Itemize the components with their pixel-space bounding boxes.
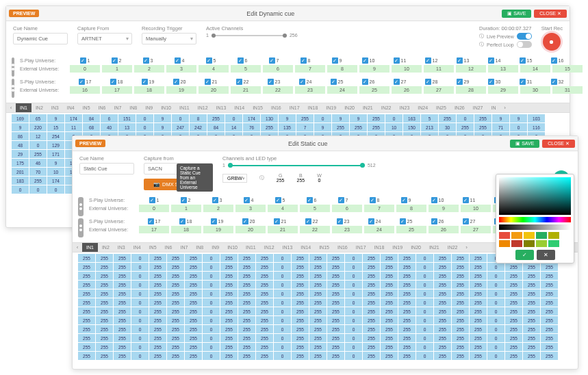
input-tab[interactable]: IN7 (176, 243, 192, 252)
channel-cell[interactable]: 255 (452, 281, 469, 289)
channel-cell[interactable]: 255 (220, 316, 238, 324)
input-tab[interactable]: IN5 (79, 103, 94, 112)
channel-cell[interactable]: 255 (114, 254, 131, 262)
channel-cell[interactable]: 242 (190, 123, 207, 131)
universe-checkbox[interactable]: ✓26 (422, 218, 452, 224)
channel-cell[interactable]: 0 (12, 185, 29, 194)
channel-cell[interactable]: 255 (327, 343, 344, 351)
channel-cell[interactable]: 255 (452, 352, 469, 360)
save-button[interactable]: ▣ SAVE (502, 10, 531, 18)
channel-cell[interactable]: 255 (470, 289, 487, 298)
input-tab[interactable]: IN5 (145, 243, 161, 252)
channel-cell[interactable]: 255 (114, 289, 131, 298)
channel-cell[interactable]: 0 (131, 316, 149, 324)
universe-checkbox[interactable]: ✓14 (479, 57, 509, 64)
channel-cell[interactable]: 0 (274, 316, 291, 324)
channel-cell[interactable]: 255 (167, 325, 184, 333)
channel-cell[interactable]: 255 (505, 334, 522, 342)
channel-cell[interactable]: 255 (238, 325, 255, 333)
channel-cell[interactable]: 0 (345, 307, 362, 315)
channel-cell[interactable]: 10 (385, 123, 402, 131)
channel-cell[interactable]: 255 (96, 343, 113, 351)
channel-cell[interactable]: 255 (523, 263, 540, 271)
input-tab[interactable]: IN13 (212, 103, 231, 112)
channel-cell[interactable]: 0 (203, 352, 220, 360)
input-tab[interactable]: IN1 (16, 103, 31, 112)
channel-cell[interactable]: 255 (398, 316, 416, 324)
channel-cell[interactable]: 255 (452, 307, 469, 315)
channel-cell[interactable]: 0 (274, 289, 291, 298)
color-ok-button[interactable]: ✓ (515, 250, 534, 260)
channel-cell[interactable]: 255 (541, 343, 558, 351)
universe-handle[interactable] (12, 57, 14, 77)
channel-cell[interactable]: 0 (416, 325, 433, 333)
input-tab[interactable]: IN6 (94, 103, 110, 112)
channel-cell[interactable]: 255 (114, 334, 131, 342)
channel-cell[interactable]: 70 (29, 168, 47, 176)
channel-cell[interactable]: 255 (149, 334, 166, 342)
universe-checkbox[interactable]: ✓9 (322, 57, 352, 64)
channel-cell[interactable]: 255 (292, 289, 309, 298)
channel-cell[interactable]: 255 (96, 298, 113, 307)
channel-cell[interactable]: 255 (505, 263, 522, 271)
channel-cell[interactable]: 0 (416, 352, 433, 360)
channel-cell[interactable]: 255 (363, 272, 380, 280)
channel-cell[interactable]: 0 (274, 307, 291, 315)
channel-cell[interactable]: 29 (12, 150, 29, 158)
channel-cell[interactable]: 255 (309, 343, 327, 351)
channel-cell[interactable]: 0 (203, 343, 220, 351)
trigger-select[interactable]: Manually (142, 33, 196, 44)
input-tab[interactable]: IN11 (175, 103, 194, 112)
live-preview-toggle[interactable] (517, 33, 532, 40)
channel-cell[interactable]: 255 (470, 254, 487, 262)
channel-cell[interactable]: 255 (114, 307, 131, 315)
channel-cell[interactable]: 220 (29, 123, 47, 131)
universe-checkbox[interactable]: ✓25 (322, 79, 352, 85)
channel-cell[interactable]: 255 (309, 316, 327, 324)
channel-cell[interactable]: 0 (487, 272, 504, 280)
input-tab[interactable]: IN17 (285, 103, 304, 112)
channel-cell[interactable]: 201 (12, 168, 29, 176)
channel-cell[interactable]: 255 (185, 263, 202, 271)
channel-cell[interactable]: 0 (487, 307, 504, 315)
input-tab[interactable]: IN3 (47, 103, 63, 112)
channel-cell[interactable]: 255 (452, 343, 469, 351)
channel-cell[interactable]: 255 (505, 343, 522, 351)
channel-cell[interactable]: 255 (256, 316, 273, 324)
channel-cell[interactable]: 255 (96, 325, 113, 333)
channel-cell[interactable]: 0 (274, 334, 291, 342)
channel-cell[interactable]: 9 (12, 123, 29, 131)
channel-cell[interactable]: 255 (381, 316, 398, 324)
channel-cell[interactable]: 255 (363, 263, 380, 271)
channel-cell[interactable]: 9 (154, 123, 171, 131)
channel-cell[interactable]: 76 (243, 123, 260, 131)
input-tab[interactable]: IN27 (469, 103, 487, 112)
channel-cell[interactable]: 255 (185, 289, 202, 298)
channel-cell[interactable]: 255 (256, 298, 273, 307)
channel-cell[interactable]: 255 (167, 334, 184, 342)
channel-cell[interactable]: 0 (487, 298, 504, 307)
channel-cell[interactable]: 255 (238, 343, 255, 351)
channel-cell[interactable]: 255 (185, 334, 202, 342)
channel-cell[interactable]: 255 (523, 298, 540, 307)
universe-checkbox[interactable]: ✓18 (101, 79, 131, 85)
channel-cell[interactable]: 255 (505, 272, 522, 280)
channel-cell[interactable]: 0 (345, 334, 362, 342)
channel-cell[interactable]: 0 (131, 343, 149, 351)
channel-cell[interactable]: 255 (114, 352, 131, 360)
channel-cell[interactable]: 0 (345, 289, 362, 298)
channel-cell[interactable]: 255 (96, 281, 113, 289)
channel-cell[interactable]: 255 (470, 281, 487, 289)
tab-next[interactable]: › (500, 105, 510, 111)
channel-cell[interactable]: 255 (541, 272, 558, 280)
channel-cell[interactable]: 0 (274, 263, 291, 271)
channel-cell[interactable]: 255 (452, 334, 469, 342)
input-tab[interactable]: IN19 (322, 103, 340, 112)
channel-cell[interactable]: 255 (292, 343, 309, 351)
channel-cell[interactable]: 255 (78, 281, 95, 289)
channel-cell[interactable]: 0 (203, 289, 220, 298)
channel-cell[interactable]: 174 (243, 114, 260, 122)
universe-handle[interactable] (12, 79, 14, 98)
channel-cell[interactable]: 0 (131, 254, 149, 262)
channel-cell[interactable]: 255 (309, 334, 327, 342)
